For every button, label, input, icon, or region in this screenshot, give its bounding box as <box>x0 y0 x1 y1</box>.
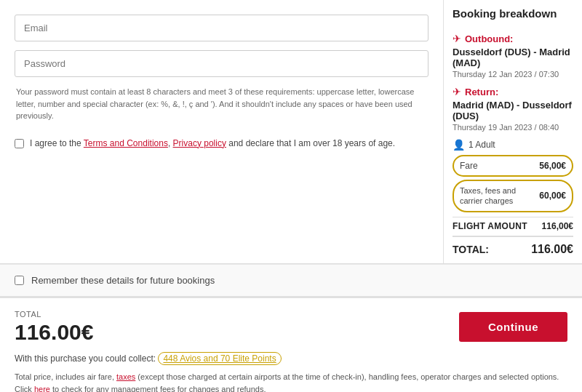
taxes-amount: 60,00€ <box>539 191 566 201</box>
outbound-route: Dusseldorf (DUS) - Madrid (MAD) <box>453 47 573 68</box>
privacy-link[interactable]: Privacy policy <box>173 138 226 148</box>
return-route: Madrid (MAD) - Dusseldorf (DUS) <box>453 100 573 121</box>
return-date: Thursday 19 Jan 2023 / 08:40 <box>453 123 573 132</box>
return-section: ✈ Return: Madrid (MAD) - Dusseldorf (DUS… <box>453 86 573 132</box>
bottom-row: TOTAL 116.00€ Continue <box>15 310 567 345</box>
outbound-section: ✈ Outbound: Dusseldorf (DUS) - Madrid (M… <box>453 33 573 79</box>
terms-link[interactable]: Terms and Conditions <box>84 138 168 148</box>
avios-row: With this purchase you could collect: 44… <box>15 353 567 364</box>
outbound-date: Thursday 12 Jan 2023 / 07:30 <box>453 70 573 79</box>
form-area: Your password must contain at least 8 ch… <box>0 0 444 263</box>
return-arrow-icon: ✈ <box>453 86 461 97</box>
booking-title: Booking breakdown <box>453 7 573 24</box>
fare-label: Fare <box>460 161 478 171</box>
taxes-link[interactable]: taxes <box>116 372 135 381</box>
passenger-icon: 👤 <box>453 139 465 151</box>
remember-checkbox[interactable] <box>15 276 24 285</box>
taxes-highlight-block: Taxes, fees and carrier charges 60,00€ <box>453 180 573 212</box>
fine-print: Total price, includes air fare, taxes (e… <box>15 371 567 392</box>
total-display-label: TOTAL <box>15 310 93 319</box>
page-wrapper: Your password must contain at least 8 ch… <box>0 0 582 392</box>
email-field[interactable] <box>15 15 428 41</box>
here-link[interactable]: here <box>34 385 50 392</box>
outbound-direction: ✈ Outbound: <box>453 33 573 44</box>
booking-panel: Booking breakdown ✈ Outbound: Dusseldorf… <box>444 0 582 263</box>
remember-label: Remember these details for future bookin… <box>31 275 215 286</box>
fare-row: Fare 56,00€ <box>460 159 566 172</box>
fare-amount: 56,00€ <box>539 161 566 171</box>
top-section: Your password must contain at least 8 ch… <box>0 0 582 264</box>
booking-total-label: TOTAL: <box>453 244 489 255</box>
taxes-label: Taxes, fees and carrier charges <box>460 185 539 207</box>
booking-total-row: TOTAL: 116.00€ <box>453 236 573 256</box>
outbound-label: Outbound: <box>465 33 513 44</box>
password-field[interactable] <box>15 50 428 77</box>
continue-button[interactable]: Continue <box>459 312 567 342</box>
return-direction: ✈ Return: <box>453 86 573 97</box>
remember-section: Remember these details for future bookin… <box>0 264 582 296</box>
avios-link[interactable]: 448 Avios and 70 Elite Points <box>158 352 281 365</box>
taxes-row: Taxes, fees and carrier charges 60,00€ <box>460 184 566 208</box>
terms-label: I agree to the Terms and Conditions, Pri… <box>30 137 395 150</box>
passenger-section: 👤 1 Adult Fare 56,00€ Taxes, fees and ca… <box>453 139 573 212</box>
flight-amount-label: FLIGHT AMOUNT <box>453 221 527 231</box>
total-display: TOTAL 116.00€ <box>15 310 93 345</box>
avios-prefix: With this purchase you could collect: <box>15 353 158 364</box>
passenger-header: 👤 1 Adult <box>453 139 573 151</box>
terms-checkbox-row: I agree to the Terms and Conditions, Pri… <box>15 131 428 156</box>
fare-highlight-block: Fare 56,00€ <box>453 155 573 177</box>
terms-checkbox[interactable] <box>15 139 24 148</box>
return-label: Return: <box>465 87 498 97</box>
total-display-amount: 116.00€ <box>15 320 93 345</box>
bottom-section: TOTAL 116.00€ Continue With this purchas… <box>0 296 582 392</box>
flight-amount-row: FLIGHT AMOUNT 116,00€ <box>453 217 573 231</box>
booking-total-value: 116.00€ <box>531 243 573 256</box>
outbound-arrow-icon: ✈ <box>453 33 461 44</box>
flight-amount-value: 116,00€ <box>542 221 573 231</box>
passenger-count: 1 Adult <box>469 140 495 150</box>
password-hint: Your password must contain at least 8 ch… <box>15 86 428 122</box>
